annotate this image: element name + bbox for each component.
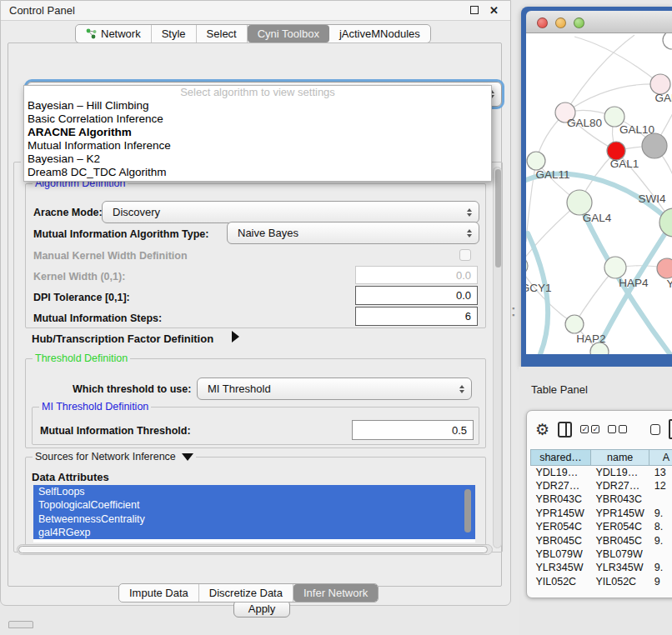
settings-vertical-scrollbar[interactable] <box>493 167 502 548</box>
data-attributes-label: Data Attributes <box>32 471 109 483</box>
table-cell: YBR045C <box>591 533 649 547</box>
control-panel-titlebar: Control Panel ✕ <box>1 1 510 21</box>
table-row[interactable]: YER054CYER054C8. <box>531 520 672 533</box>
table-row[interactable]: YDR27…YDR27…12 <box>531 479 672 492</box>
attribute-item-betweennesscentrality[interactable]: BetweennessCentrality <box>33 512 475 526</box>
float-window-icon[interactable] <box>468 4 480 17</box>
tab-label: Style <box>162 28 186 40</box>
table-row[interactable]: YPR145WYPR145W9. <box>531 507 672 520</box>
select-all-columns-icon[interactable]: ✓✓ <box>580 425 599 433</box>
algorithm-option-basic-correlation-inference[interactable]: Basic Correlation Inference <box>24 112 491 126</box>
mi-type-combobox[interactable]: Naive Bayes <box>227 222 479 244</box>
table-cell: 12 <box>649 479 672 492</box>
apply-button[interactable]: Apply <box>233 600 290 618</box>
mi-threshold-label: Mutual Information Threshold: <box>40 425 191 437</box>
tab-cyni-toolbox[interactable]: Cyni Toolbox <box>248 25 329 42</box>
network-node-y[interactable] <box>657 258 672 278</box>
algorithm-dropdown-popup: Select algorithm to view settings Bayesi… <box>23 85 492 182</box>
aracne-mode-combobox[interactable]: Discovery <box>102 201 479 223</box>
network-node-hap2[interactable] <box>565 315 584 333</box>
table-cell: YPR145W <box>531 507 591 520</box>
collapse-arrow-icon[interactable] <box>182 453 193 461</box>
attributes-scrollbar[interactable] <box>463 487 472 540</box>
bottom-tab-infer-network[interactable]: Infer Network <box>293 584 378 602</box>
panel-divider-handle[interactable]: ▪▪ <box>512 305 518 318</box>
table-row[interactable]: YBR045CYBR045C9. <box>531 533 672 547</box>
table-cell: YDL19… <box>591 466 649 479</box>
network-node-hap4[interactable] <box>604 257 626 278</box>
algorithm-option-aracne-algorithm[interactable]: ARACNE Algorithm <box>24 126 491 139</box>
attribute-item-topologicalcoefficient[interactable]: TopologicalCoefficient <box>33 498 475 512</box>
settings-hscrollbar-thumb[interactable] <box>18 546 488 553</box>
bottom-tab-discretize-data[interactable]: Discretize Data <box>199 584 293 602</box>
network-node-gcy1[interactable] <box>526 257 528 275</box>
expand-arrow-icon[interactable] <box>232 331 239 342</box>
network-edge[interactable] <box>565 35 634 112</box>
mi-steps-field[interactable]: 6 <box>355 307 478 326</box>
bottom-left-partial-button[interactable] <box>8 621 33 628</box>
table-row[interactable]: YBL079WYBL079W <box>531 548 672 561</box>
settings-scrollbar-thumb[interactable] <box>495 169 501 268</box>
table-cell: YDR27… <box>531 479 591 492</box>
mi-threshold-definition-legend: MI Threshold Definition <box>39 401 151 412</box>
manual-kernel-checkbox[interactable] <box>459 249 471 261</box>
control-panel-window: Control Panel ✕ NetworkStyleSelectCyni T… <box>0 0 511 606</box>
gear-icon[interactable]: ⚙ <box>535 420 549 439</box>
network-node-label-gal1: GAL1 <box>610 158 639 170</box>
mi-threshold-field[interactable]: 0.5 <box>352 420 474 440</box>
tab-jactivemnodules[interactable]: jActiveMNodules <box>329 25 430 42</box>
network-node-gal11[interactable] <box>527 152 545 170</box>
close-panel-icon[interactable]: ✕ <box>488 4 500 17</box>
network-graph[interactable]: GALGAL80GAL10GAL1GAL11GAL4SWI4HAP4YGCY1H… <box>526 33 672 354</box>
attributes-scrollbar-thumb[interactable] <box>464 489 471 532</box>
minimize-traffic-light-icon[interactable] <box>555 18 566 28</box>
zoom-traffic-light-icon[interactable] <box>574 18 584 28</box>
table-row[interactable]: YIL052CYIL052C9 <box>531 575 672 588</box>
network-node-label-hap4: HAP4 <box>619 277 649 289</box>
columns-icon[interactable] <box>558 422 572 438</box>
table-cell <box>649 492 672 506</box>
box-icon[interactable] <box>650 424 660 435</box>
network-window-titlebar[interactable] <box>526 11 672 33</box>
tab-label: Select <box>207 28 237 40</box>
network-edge[interactable] <box>526 161 536 242</box>
attribute-item-gal4rgexp[interactable]: gal4RGexp <box>33 526 475 539</box>
table-cell: YER054C <box>531 520 591 533</box>
algorithm-option-bayesian-k2[interactable]: Bayesian – K2 <box>24 152 491 166</box>
table-row[interactable]: YDL19…YDL19…13 <box>531 466 672 479</box>
column-header-1[interactable]: name <box>591 450 649 466</box>
column-header-0[interactable]: shared… <box>531 450 591 466</box>
tab-label: Cyni Toolbox <box>258 28 319 40</box>
column-header-2[interactable]: A <box>649 450 672 466</box>
data-attributes-list[interactable]: SelfLoopsTopologicalCoefficientBetweenne… <box>33 485 475 542</box>
control-panel-tabbar: NetworkStyleSelectCyni ToolboxjActiveMNo… <box>75 24 431 43</box>
bottom-tab-impute-data[interactable]: Impute Data <box>119 584 199 602</box>
network-edge[interactable] <box>574 37 660 84</box>
network-view-window[interactable]: GALGAL80GAL10GAL1GAL11GAL4SWI4HAP4YGCY1H… <box>521 7 672 367</box>
table-toolbar: ⚙ ✓✓ <box>527 411 672 448</box>
settings-horizontal-scrollbar[interactable] <box>17 544 493 555</box>
network-node-label-gal11: GAL11 <box>535 168 569 181</box>
dpi-tolerance-field[interactable]: 0.0 <box>355 286 478 305</box>
table-row[interactable]: YLR345WYLR345W9. <box>531 561 672 574</box>
table-cell: YER054C <box>591 520 649 533</box>
close-traffic-light-icon[interactable] <box>537 18 548 28</box>
network-canvas[interactable]: GALGAL80GAL10GAL1GAL11GAL4SWI4HAP4YGCY1H… <box>526 33 672 354</box>
node-table[interactable]: shared…nameA YDL19…YDL19…13YDR27…YDR27…1… <box>530 449 672 588</box>
tab-network[interactable]: Network <box>76 25 152 42</box>
attribute-item-selfloops[interactable]: SelfLoops <box>33 485 475 498</box>
network-node[interactable] <box>663 33 672 49</box>
tab-select[interactable]: Select <box>197 25 248 42</box>
new-table-icon[interactable] <box>669 419 672 439</box>
algorithm-option-dream8-dc-tdc-algorithm[interactable]: Dream8 DC_TDC Algorithm <box>24 166 491 179</box>
which-threshold-combobox[interactable]: MI Threshold <box>197 378 472 400</box>
algorithm-option-bayesian-hill-climbing[interactable]: Bayesian – Hill Climbing <box>24 99 491 112</box>
network-node[interactable] <box>642 133 667 158</box>
kernel-width-field[interactable]: 0.0 <box>355 266 478 284</box>
tab-style[interactable]: Style <box>152 25 197 42</box>
deselect-all-columns-icon[interactable] <box>608 425 627 433</box>
table-row[interactable]: YBR043CYBR043C <box>531 492 672 506</box>
network-node-label-gal4: GAL4 <box>583 212 612 224</box>
table-cell: 9 <box>649 575 672 588</box>
algorithm-option-mutual-information-inference[interactable]: Mutual Information Inference <box>24 139 491 152</box>
